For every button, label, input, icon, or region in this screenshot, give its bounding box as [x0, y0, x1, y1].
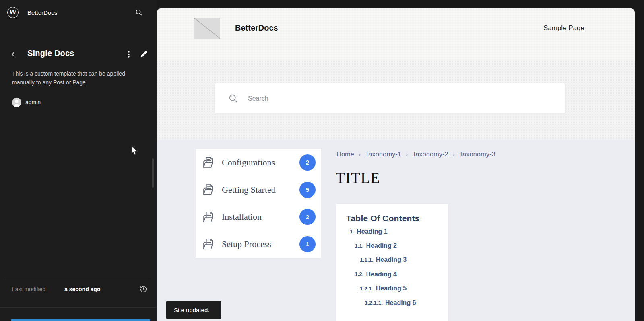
toc-item[interactable]: 1.1.1. Heading 3 [346, 253, 438, 267]
chevron-right-icon: › [359, 151, 361, 158]
toc-item-label: Heading 6 [385, 299, 416, 307]
breadcrumb: Home › Taxonomy-1 › Taxonomy-2 › Taxonom… [336, 150, 495, 158]
breadcrumb-taxonomy-1[interactable]: Taxonomy-1 [365, 150, 401, 158]
toc-item-number: 1.2.1.1. [365, 300, 383, 306]
docs-search-input[interactable]: Search [215, 83, 566, 114]
toc-item-label: Heading 2 [366, 242, 397, 249]
toc-item[interactable]: 1.2.1. Heading 5 [346, 282, 438, 296]
category-count-badge: 2 [299, 154, 316, 171]
site-logo-placeholder-image[interactable] [194, 18, 220, 39]
toc-item-number: 1.2. [355, 271, 364, 277]
last-modified-value[interactable]: a second ago [64, 286, 100, 292]
docs-folder-icon [202, 183, 216, 197]
site-name[interactable]: BetterDocs [27, 9, 57, 16]
editor-sidebar: W BetterDocs Single Docs This is a custo… [0, 0, 157, 321]
sidebar-scrollbar-thumb[interactable] [152, 158, 154, 188]
category-count-badge: 5 [299, 182, 316, 198]
template-title: Single Docs [27, 49, 74, 58]
toc-item[interactable]: 1.2.1.1. Heading 6 [346, 296, 438, 310]
docs-folder-icon [202, 237, 216, 251]
search-icon[interactable] [134, 8, 143, 17]
template-description: This is a custom template that can be ap… [12, 70, 138, 87]
category-label: Configurations [222, 157, 299, 168]
category-label: Getting Started [222, 185, 299, 195]
hero-section: Search [157, 61, 635, 140]
toc-item-number: 1.1. [355, 243, 364, 249]
toc-item[interactable]: 1. Heading 1 [346, 224, 438, 239]
toc-item-number: 1.2.1. [360, 286, 374, 292]
site-preview-canvas[interactable]: BetterDocs Sample Page Search [157, 8, 635, 321]
breadcrumb-taxonomy-2[interactable]: Taxonomy-2 [412, 150, 448, 158]
category-label: Installation [222, 212, 299, 222]
back-icon[interactable] [9, 50, 18, 59]
category-row-setup-process[interactable]: Setup Process 1 [196, 230, 321, 258]
docs-content-section: Configurations 2 Getting Started 5 [157, 140, 635, 321]
toc-item-number: 1.1.1. [360, 257, 374, 263]
divider [6, 279, 151, 279]
docs-folder-icon [202, 210, 216, 224]
toc-item-number: 1. [350, 228, 354, 235]
site-updated-toast: Site updated. [166, 301, 221, 319]
category-row-getting-started[interactable]: Getting Started 5 [196, 176, 321, 204]
toc-item[interactable]: 1.1. Heading 2 [346, 239, 438, 253]
nav-item-sample-page[interactable]: Sample Page [543, 24, 584, 32]
doc-page-title: TITLE [336, 169, 380, 187]
revision-history-icon[interactable] [139, 285, 148, 293]
edit-icon[interactable] [139, 49, 148, 58]
toc-item[interactable]: 1.2. Heading 4 [346, 267, 438, 281]
author-name: admin [25, 99, 41, 105]
chevron-right-icon: › [453, 151, 455, 158]
category-count-badge: 1 [299, 236, 316, 252]
search-placeholder: Search [248, 95, 268, 102]
breadcrumb-taxonomy-3[interactable]: Taxonomy-3 [459, 150, 495, 158]
preview-site-header: BetterDocs Sample Page [157, 8, 635, 61]
category-row-installation[interactable]: Installation 2 [196, 203, 321, 230]
last-modified-label: Last modified [12, 286, 45, 292]
docs-folder-icon [202, 155, 216, 169]
category-row-configurations[interactable]: Configurations 2 [196, 149, 321, 176]
toc-item-label: Heading 3 [376, 256, 407, 263]
toc-title: Table Of Contents [346, 214, 438, 223]
toc-item-label: Heading 5 [376, 285, 407, 292]
wordpress-logo-icon[interactable]: W [7, 7, 19, 18]
kebab-menu-icon[interactable] [125, 50, 133, 59]
table-of-contents: Table Of Contents 1. Heading 1 1.1. Head… [336, 204, 448, 321]
avatar [12, 98, 21, 107]
bottom-accent-bar [11, 319, 150, 321]
preview-site-title[interactable]: BetterDocs [235, 23, 278, 33]
docs-category-list: Configurations 2 Getting Started 5 [196, 149, 321, 258]
chevron-right-icon: › [406, 151, 408, 158]
category-label: Setup Process [222, 239, 299, 249]
toc-list: 1. Heading 1 1.1. Heading 2 1.1.1. Headi… [346, 224, 438, 310]
category-count-badge: 2 [299, 209, 316, 225]
divider [0, 307, 157, 308]
search-icon [228, 93, 239, 104]
toc-item-label: Heading 4 [366, 271, 397, 278]
breadcrumb-home[interactable]: Home [336, 150, 354, 158]
toc-item-label: Heading 1 [357, 228, 387, 235]
